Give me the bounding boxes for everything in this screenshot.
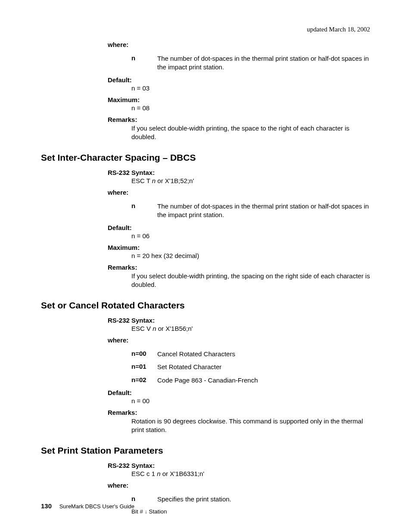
syntax-value: ESC c 1 n or X'1B6331;n': [131, 470, 370, 477]
page-footer: 130 SureMark DBCS User's Guide: [41, 502, 134, 510]
remarks-value: If you select double-width printing, the…: [131, 272, 370, 289]
where-label: where:: [108, 336, 370, 344]
syntax-label: RS-232 Syntax:: [108, 317, 370, 324]
syntax-label: RS-232 Syntax:: [108, 169, 370, 176]
remarks-label: Remarks:: [108, 409, 370, 416]
section-heading-dbcs: Set Inter-Character Spacing – DBCS: [41, 152, 370, 163]
param-n-desc: Specifies the print station.: [157, 495, 231, 504]
option-desc: Code Page 863 - Canadian-French: [157, 376, 258, 385]
option-desc: Set Rotated Character: [157, 363, 221, 371]
remarks-label: Remarks:: [108, 116, 370, 123]
param-n-term: n: [131, 54, 157, 72]
table-header: Bit # ↓ Station: [131, 508, 370, 515]
option-term: n=01: [131, 363, 157, 371]
section2-block: RS-232 Syntax: ESC V n or X'1B56;n' wher…: [108, 317, 370, 434]
option-term: n=02: [131, 376, 157, 385]
default-value: n = 06: [131, 232, 370, 240]
default-label: Default:: [108, 389, 370, 396]
maximum-label: Maximum:: [108, 244, 370, 251]
section-heading-station: Set Print Station Parameters: [41, 445, 370, 456]
section3-block: RS-232 Syntax: ESC c 1 n or X'1B6331;n' …: [108, 462, 370, 514]
param-n-desc: The number of dot-spaces in the thermal …: [157, 202, 370, 220]
where-label: where:: [108, 482, 370, 489]
param-n-term: n: [131, 495, 157, 504]
syntax-value: ESC V n or X'1B56;n': [131, 325, 370, 332]
section-heading-rotated: Set or Cancel Rotated Characters: [41, 300, 370, 311]
maximum-label: Maximum:: [108, 96, 370, 103]
maximum-value: n = 20 hex (32 decimal): [131, 252, 370, 259]
syntax-value: ESC T n or X'1B;52;n': [131, 177, 370, 184]
default-label: Default:: [108, 76, 370, 84]
intro-block: where: n The number of dot-spaces in the…: [108, 41, 370, 141]
default-value: n = 03: [131, 84, 370, 92]
param-n-term: n: [131, 202, 157, 220]
maximum-value: n = 08: [131, 104, 370, 112]
syntax-label: RS-232 Syntax:: [108, 462, 370, 469]
where-label: where:: [108, 41, 370, 48]
option-desc: Cancel Rotated Characters: [157, 350, 235, 358]
option-term: n=00: [131, 350, 157, 358]
remarks-value: If you select double-width printing, the…: [131, 124, 370, 142]
param-n-desc: The number of dot-spaces in the thermal …: [157, 54, 370, 72]
where-label: where:: [108, 189, 370, 196]
default-value: n = 00: [131, 397, 370, 404]
remarks-label: Remarks:: [108, 264, 370, 271]
section1-block: RS-232 Syntax: ESC T n or X'1B;52;n' whe…: [108, 169, 370, 289]
guide-title: SureMark DBCS User's Guide: [59, 503, 134, 510]
default-label: Default:: [108, 224, 370, 231]
page-number: 130: [41, 502, 52, 510]
remarks-value: Rotation is 90 degrees clockwise. This c…: [131, 417, 370, 435]
updated-date: updated March 18, 2002: [41, 26, 370, 33]
